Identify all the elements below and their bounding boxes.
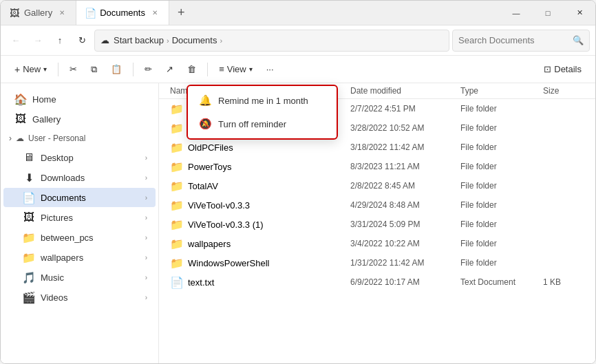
sidebar-item-videos[interactable]: 🎬 Videos › — [3, 288, 156, 307]
search-input[interactable] — [458, 35, 568, 45]
share-button[interactable]: ↗ — [160, 61, 179, 77]
table-row[interactable]: 📁 wallpapers 3/4/2022 10:22 AM File fold… — [159, 234, 595, 253]
cut-button[interactable]: ✂ — [64, 61, 83, 77]
sidebar-item-gallery-label: Gallery — [32, 114, 147, 125]
txt-icon: 📄 — [170, 276, 182, 288]
back-button[interactable]: ← — [6, 31, 25, 50]
remind-month-item[interactable]: 🔔 Remind me in 1 month — [188, 89, 337, 112]
folder-icon: 📁 — [170, 257, 182, 269]
title-bar: 🖼 Gallery ✕ 📄 Documents ✕ + — □ ✕ — [1, 1, 595, 25]
sidebar-item-pictures[interactable]: 🖼 Pictures › — [3, 208, 156, 227]
sidebar-item-home[interactable]: 🏠 Home — [3, 89, 156, 109]
table-row[interactable]: 📁 OldPCFiles 3/18/2022 11:42 AM File fol… — [159, 138, 595, 157]
copy-button[interactable]: ⧉ — [85, 61, 103, 78]
downloads-chevron-icon: › — [145, 174, 147, 182]
folder-icon: 📁 — [170, 180, 182, 192]
tab-documents[interactable]: 📄 Documents ✕ — [76, 1, 169, 25]
window-controls: — □ ✕ — [500, 1, 595, 25]
maximize-button[interactable]: □ — [532, 1, 564, 25]
cloud-drive-icon: ☁ — [100, 35, 109, 45]
file-name-text: TotalAV — [188, 181, 218, 191]
table-row[interactable]: 📁 WindowsPowerShell 1/31/2022 11:42 AM F… — [159, 253, 595, 272]
file-date-cell: 8/3/2023 11:21 AM — [350, 162, 460, 171]
col-type: Type — [460, 86, 543, 96]
separator-2 — [133, 63, 134, 76]
rename-button[interactable]: ✏ — [139, 61, 158, 77]
file-type-cell: File folder — [460, 123, 543, 133]
music-chevron-icon: › — [145, 274, 147, 281]
file-date-cell: 3/18/2022 11:42 AM — [350, 142, 460, 152]
documents-chevron-icon: › — [145, 194, 147, 202]
sidebar-item-between-pcs[interactable]: 📁 between_pcs › — [3, 228, 156, 247]
file-type-cell: File folder — [460, 239, 543, 248]
gallery-tab-icon: 🖼 — [9, 8, 20, 19]
gallery-tab-label: Gallery — [24, 8, 52, 18]
details-button[interactable]: ⊡ Details — [538, 61, 587, 77]
address-bar[interactable]: ☁ Start backup › Documents › — [94, 30, 449, 52]
new-button[interactable]: + New ▾ — [9, 61, 52, 78]
table-row[interactable]: 📁 ViVeTool-v0.3.3 (1) 3/31/2024 5:09 PM … — [159, 215, 595, 234]
breadcrumb-sep2: › — [220, 36, 222, 45]
sidebar: 🏠 Home 🖼 Gallery › ☁ User - Personal 🖥 D… — [1, 83, 159, 363]
up-button[interactable]: ↑ — [50, 31, 70, 50]
file-type-cell: File folder — [460, 104, 543, 114]
turn-off-reminder-item[interactable]: 🔕 Turn off reminder — [188, 112, 337, 136]
sidebar-item-wallpapers[interactable]: 📁 wallpapers › — [3, 248, 156, 267]
tab-gallery[interactable]: 🖼 Gallery ✕ — [1, 1, 76, 25]
documents-tab-icon: 📄 — [85, 8, 96, 19]
gallery-tab-close[interactable]: ✕ — [56, 8, 67, 18]
more-icon: ··· — [266, 64, 274, 74]
minimize-button[interactable]: — — [500, 1, 532, 25]
file-name-text: ViVeTool-v0.3.3 (1) — [188, 220, 264, 230]
file-date-cell: 1/31/2022 11:42 AM — [350, 258, 460, 268]
file-type-cell: File folder — [460, 200, 543, 210]
documents-tab-close[interactable]: ✕ — [149, 8, 160, 18]
remind-month-label: Remind me in 1 month — [218, 96, 308, 106]
table-row[interactable]: 📁 TotalAV 2/8/2022 8:45 AM File folder — [159, 176, 595, 195]
sidebar-item-music[interactable]: 🎵 Music › — [3, 268, 156, 287]
sidebar-item-desktop[interactable]: 🖥 Desktop › — [3, 148, 156, 167]
folder-icon: 📁 — [170, 160, 182, 173]
file-date-cell: 3/31/2024 5:09 PM — [350, 220, 460, 229]
table-row[interactable]: 📁 ViVeTool-v0.3.3 4/29/2024 8:48 AM File… — [159, 195, 595, 215]
sidebar-item-documents-label: Documents — [41, 193, 140, 203]
file-date-cell: 3/28/2022 10:52 AM — [350, 123, 460, 133]
refresh-button[interactable]: ↻ — [72, 31, 92, 50]
folder-icon: 📁 — [170, 141, 182, 153]
file-date-cell: 3/4/2022 10:22 AM — [350, 239, 460, 248]
new-tab-button[interactable]: + — [169, 6, 193, 20]
search-bar[interactable]: 🔍 — [452, 30, 590, 52]
file-date-cell: 2/8/2022 8:45 AM — [350, 181, 460, 191]
close-button[interactable]: ✕ — [564, 1, 595, 25]
paste-button[interactable]: 📋 — [105, 61, 127, 77]
bell-off-icon: 🔕 — [199, 118, 211, 130]
table-row[interactable]: 📁 PowerToys 8/3/2023 11:21 AM File folde… — [159, 157, 595, 176]
file-name-cell: 📁 wallpapers — [170, 237, 350, 250]
sidebar-item-documents[interactable]: 📄 Documents › — [3, 188, 156, 207]
user-personal-label: User - Personal — [28, 133, 85, 143]
file-size-cell: 1 KB — [543, 277, 584, 287]
file-type-cell: File folder — [460, 162, 543, 171]
new-label: New — [23, 64, 41, 74]
details-label: Details — [554, 64, 582, 74]
sidebar-item-downloads-label: Downloads — [41, 173, 140, 183]
sidebar-item-downloads[interactable]: ⬇ Downloads › — [3, 168, 156, 187]
separator-3 — [207, 63, 208, 76]
file-type-cell: File folder — [460, 220, 543, 229]
col-date: Date modified — [350, 86, 460, 96]
file-type-cell: File folder — [460, 142, 543, 152]
videos-icon: 🎬 — [23, 291, 35, 303]
breadcrumb-documents: Documents — [172, 35, 217, 45]
folder-icon: 📁 — [170, 103, 182, 115]
delete-button[interactable]: 🗑 — [182, 61, 202, 77]
view-button[interactable]: ≡ View ▾ — [213, 61, 258, 77]
sidebar-item-gallery[interactable]: 🖼 Gallery — [3, 109, 156, 129]
file-type-cell: File folder — [460, 181, 543, 191]
table-row[interactable]: 📄 text.txt 6/9/2022 10:17 AM Text Docume… — [159, 272, 595, 292]
details-panel-icon: ⊡ — [544, 64, 551, 74]
forward-button[interactable]: → — [28, 31, 47, 50]
user-personal-section[interactable]: › ☁ User - Personal — [1, 129, 158, 147]
more-options-button[interactable]: ··· — [261, 61, 279, 77]
rename-icon: ✏ — [145, 64, 152, 74]
navigation-toolbar: ← → ↑ ↻ ☁ Start backup › Documents › 🔍 — [1, 25, 595, 56]
